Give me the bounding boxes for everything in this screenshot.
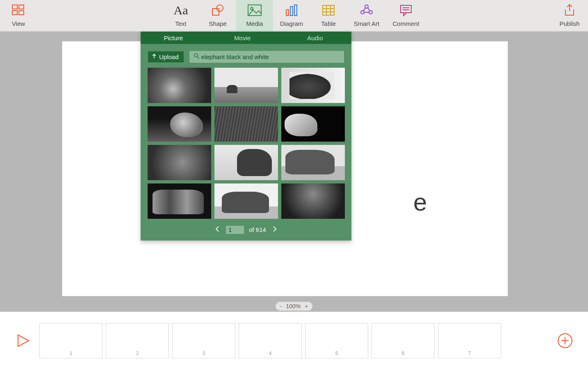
slide-thumb[interactable]: 4 xyxy=(239,323,302,358)
media-thumb[interactable] xyxy=(281,68,345,103)
media-tabs: Picture Movie Audio xyxy=(141,32,351,44)
svg-line-20 xyxy=(368,8,370,11)
toolbar-label: Media xyxy=(246,20,263,27)
toolbar-label: Shape xyxy=(209,20,226,27)
comment-button[interactable]: Comment xyxy=(386,0,426,31)
zoom-out-button[interactable]: - xyxy=(280,303,282,309)
slide-number: 2 xyxy=(106,351,169,356)
tab-movie[interactable]: Movie xyxy=(206,34,279,41)
shape-button[interactable]: Shape xyxy=(199,0,236,31)
prev-page-button[interactable] xyxy=(214,225,221,235)
page-number-input[interactable] xyxy=(226,226,244,234)
svg-rect-2 xyxy=(12,11,17,15)
toolbar-label: Diagram xyxy=(280,20,303,27)
svg-rect-22 xyxy=(401,5,411,13)
media-thumb[interactable] xyxy=(214,68,278,103)
text-button[interactable]: Aa Text xyxy=(162,0,199,31)
svg-rect-5 xyxy=(212,9,219,15)
media-search-input[interactable] xyxy=(200,53,340,61)
media-button[interactable]: Media xyxy=(236,0,273,31)
toolbar-label: Table xyxy=(321,20,336,27)
slide-thumb[interactable]: 3 xyxy=(172,323,235,358)
add-slide-button[interactable] xyxy=(552,332,578,349)
media-pager: of 614 xyxy=(141,225,351,235)
slide-number: 5 xyxy=(305,351,368,356)
media-thumb[interactable] xyxy=(281,145,345,180)
svg-rect-11 xyxy=(323,5,334,15)
search-icon xyxy=(194,53,200,61)
media-thumb[interactable] xyxy=(148,68,211,103)
slide-number: 3 xyxy=(173,351,235,356)
media-thumb[interactable] xyxy=(281,106,345,142)
tab-audio[interactable]: Audio xyxy=(279,34,351,41)
smart-art-icon xyxy=(360,2,373,18)
upload-button[interactable]: Upload xyxy=(148,51,184,62)
play-button[interactable] xyxy=(10,333,36,348)
image-icon xyxy=(247,2,262,18)
share-up-icon xyxy=(563,2,576,18)
slide-number: 6 xyxy=(372,351,434,356)
main-toolbar: View Aa Text Shape Media Diagram xyxy=(0,0,588,32)
comment-icon xyxy=(399,2,413,18)
slide-number: 4 xyxy=(239,351,301,356)
svg-rect-1 xyxy=(19,5,24,9)
upload-arrow-icon xyxy=(151,53,157,60)
search-field-wrap[interactable] xyxy=(189,51,344,63)
toolbar-label: View xyxy=(12,20,25,27)
chart-icon xyxy=(285,2,298,18)
shape-icon xyxy=(211,2,225,18)
svg-point-16 xyxy=(365,5,368,8)
slide-number: 1 xyxy=(40,351,102,356)
page-of-label: of 614 xyxy=(249,226,266,233)
smart-art-button[interactable]: Smart Art xyxy=(347,0,386,31)
media-thumb[interactable] xyxy=(281,183,345,219)
toolbar-label: Publish xyxy=(559,20,579,27)
upload-label: Upload xyxy=(159,53,179,60)
slide-thumb[interactable]: 7 xyxy=(438,323,501,358)
toolbar-label: Text xyxy=(175,20,187,27)
media-thumb[interactable] xyxy=(214,145,278,180)
zoom-in-button[interactable]: + xyxy=(305,303,308,309)
publish-button[interactable]: Publish xyxy=(551,0,588,31)
slide-thumb[interactable]: 1 xyxy=(39,323,103,358)
media-thumb[interactable] xyxy=(214,106,278,142)
diagram-button[interactable]: Diagram xyxy=(273,0,310,31)
svg-rect-9 xyxy=(290,7,293,16)
svg-line-19 xyxy=(363,8,365,11)
toolbar-label: Smart Art xyxy=(354,20,380,27)
next-page-button[interactable] xyxy=(271,225,278,235)
zoom-control: - 100% + xyxy=(276,302,313,311)
media-results-grid xyxy=(141,68,351,219)
grid-icon xyxy=(11,2,25,18)
svg-rect-0 xyxy=(12,5,17,9)
tab-picture[interactable]: Picture xyxy=(141,34,206,41)
slide-thumb[interactable]: 2 xyxy=(106,323,169,358)
media-thumb[interactable] xyxy=(148,106,211,142)
text-icon: Aa xyxy=(174,2,188,18)
slide-strip: 1 2 3 4 5 6 7 xyxy=(0,312,588,369)
toolbar-label: Comment xyxy=(392,20,419,27)
slide-thumb[interactable]: 5 xyxy=(305,323,368,358)
svg-line-26 xyxy=(197,57,199,59)
svg-rect-8 xyxy=(286,10,289,16)
table-button[interactable]: Table xyxy=(310,0,347,31)
svg-point-7 xyxy=(251,7,253,10)
zoom-value: 100% xyxy=(286,303,301,309)
view-button[interactable]: View xyxy=(0,0,37,31)
svg-rect-3 xyxy=(19,11,24,15)
slide-number: 7 xyxy=(438,351,501,356)
media-thumb[interactable] xyxy=(148,145,211,180)
media-thumb[interactable] xyxy=(148,183,211,219)
svg-rect-10 xyxy=(294,5,297,16)
svg-point-25 xyxy=(194,54,198,57)
table-icon xyxy=(322,2,335,18)
slide-thumbs: 1 2 3 4 5 6 7 xyxy=(39,323,501,358)
slide-title-fragment: e xyxy=(413,188,427,216)
media-thumb[interactable] xyxy=(214,183,278,219)
slide-thumb[interactable]: 6 xyxy=(371,323,435,358)
media-dropdown-panel: Picture Movie Audio Upload xyxy=(141,32,351,241)
